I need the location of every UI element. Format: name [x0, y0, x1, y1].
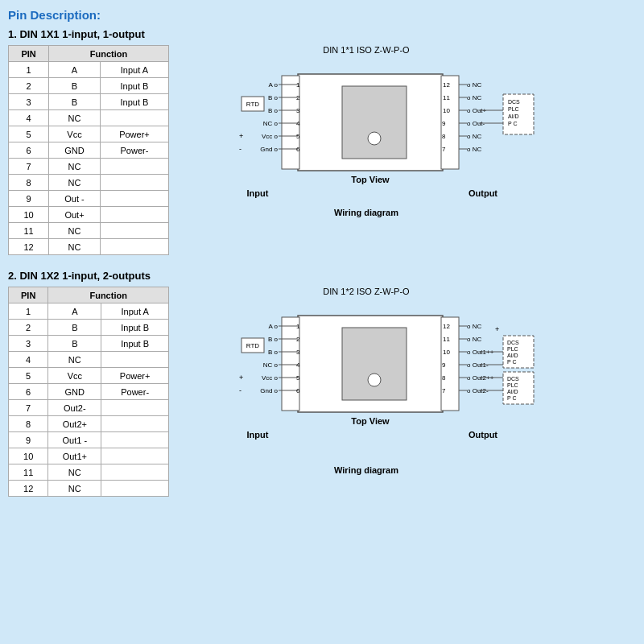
table-cell: NC — [49, 159, 101, 175]
table-cell: B — [48, 320, 101, 336]
svg-text:1: 1 — [296, 323, 300, 330]
wiring-diagram-1: RTD A o 1 B o 2 B o 3 NC o — [193, 58, 539, 203]
table-cell: NC — [48, 481, 101, 497]
table-row: 2BInput B — [9, 78, 169, 94]
table-row: 3BInput B — [9, 94, 169, 110]
svg-text:DCS: DCS — [508, 99, 520, 105]
col-func-1: Function — [49, 46, 169, 62]
svg-text:Output: Output — [469, 430, 497, 440]
col-func-2: Function — [48, 287, 169, 303]
table-row: 4NC — [9, 110, 169, 126]
table-row: 2BInput B — [9, 320, 169, 336]
table-cell: 1 — [9, 62, 49, 78]
svg-text:4: 4 — [296, 120, 300, 127]
svg-text:-: - — [239, 386, 242, 394]
svg-text:Input: Input — [247, 188, 269, 198]
table-cell: 3 — [9, 94, 49, 110]
table-row: 5VccPower+ — [9, 368, 169, 384]
table-row: 12NC — [9, 481, 169, 497]
section-2: 2. DIN 1X2 1-input, 2-outputs PIN Functi… — [8, 270, 636, 497]
svg-text:Gnd o: Gnd o — [260, 387, 278, 394]
table-cell — [101, 481, 169, 497]
svg-text:8: 8 — [442, 374, 446, 382]
svg-text:4: 4 — [296, 361, 300, 369]
table-cell: NC — [49, 239, 101, 255]
svg-text:AI/D: AI/D — [507, 353, 518, 358]
page-title: Pin Description: — [8, 8, 636, 22]
svg-text:PLC: PLC — [507, 382, 518, 388]
table-cell: 6 — [9, 384, 48, 400]
svg-text:o NC: o NC — [467, 336, 481, 343]
svg-text:RTD: RTD — [246, 101, 260, 108]
table-cell: 7 — [9, 159, 49, 175]
svg-text:6: 6 — [296, 146, 300, 153]
table-cell: Input B — [101, 336, 169, 352]
svg-text:AI/D: AI/D — [507, 389, 518, 394]
table-cell: 10 — [9, 207, 49, 223]
table-cell: 9 — [9, 432, 48, 448]
svg-text:Output: Output — [469, 188, 497, 198]
table-cell: 10 — [9, 448, 48, 464]
svg-text:B o: B o — [268, 349, 279, 356]
table-cell — [100, 223, 168, 239]
table-row: 7Out2- — [9, 400, 169, 416]
table-row: 11NC — [9, 464, 169, 481]
table-row: 6GNDPower- — [9, 142, 169, 159]
table-cell: Input B — [100, 78, 168, 94]
svg-text:AI/D: AI/D — [508, 114, 519, 119]
table-cell — [100, 207, 168, 223]
table-row: 12NC — [9, 239, 169, 255]
table-cell: Input A — [100, 62, 168, 78]
table-cell: NC — [48, 464, 101, 481]
table-cell — [101, 464, 169, 481]
table-cell: 4 — [9, 352, 48, 368]
table-cell: 5 — [9, 126, 49, 142]
table-cell — [100, 191, 168, 207]
table-cell: 4 — [9, 110, 49, 126]
svg-text:B o: B o — [268, 94, 279, 101]
table-cell: Input B — [101, 320, 169, 336]
svg-text:Top View: Top View — [351, 416, 390, 426]
table-cell: Out1 - — [48, 432, 101, 448]
section-2-diagram: DIN 1*2 ISO Z-W-P-O RTD A o — [193, 287, 539, 475]
svg-text:NC o: NC o — [263, 361, 279, 369]
table-cell: Vcc — [48, 368, 101, 384]
table-cell — [101, 432, 169, 448]
svg-text:Vcc o: Vcc o — [262, 374, 279, 382]
table-row: 8Out2+ — [9, 416, 169, 432]
svg-text:9: 9 — [442, 120, 446, 127]
table-cell: Vcc — [49, 126, 101, 142]
table-cell: NC — [49, 110, 101, 126]
svg-text:o NC: o NC — [467, 146, 481, 153]
section-2-title: 2. DIN 1X2 1-input, 2-outputs — [8, 270, 636, 282]
table-cell: 1 — [9, 303, 48, 320]
svg-text:7: 7 — [442, 146, 446, 153]
svg-text:Top View: Top View — [351, 175, 390, 184]
svg-text:P C: P C — [507, 359, 517, 365]
section-2-table: PIN Function 1AInput A2BInput B3BInput B… — [8, 287, 169, 497]
svg-rect-56 — [342, 328, 407, 400]
table-cell: Out - — [49, 191, 101, 207]
svg-point-2 — [368, 132, 381, 145]
table-row: 3BInput B — [9, 336, 169, 352]
table-cell: NC — [49, 223, 101, 239]
table-cell: NC — [49, 175, 101, 191]
svg-text:A o: A o — [268, 323, 278, 330]
table-cell: 11 — [9, 464, 48, 481]
table-cell — [100, 239, 168, 255]
table-cell: Input B — [100, 94, 168, 110]
table-cell: 12 — [9, 481, 48, 497]
table-row: 6GNDPower- — [9, 384, 169, 400]
table-cell: B — [48, 336, 101, 352]
svg-text:P C: P C — [507, 395, 517, 401]
table-cell: 3 — [9, 336, 48, 352]
svg-text:1: 1 — [296, 81, 300, 89]
svg-text:3: 3 — [296, 349, 300, 356]
table-row: 1AInput A — [9, 62, 169, 78]
section-2-diagram-title: DIN 1*2 ISO Z-W-P-O — [323, 287, 409, 296]
table-cell: Out1+ — [48, 448, 101, 464]
table-row: 7NC — [9, 159, 169, 175]
svg-text:o NC: o NC — [467, 133, 481, 140]
svg-text:2: 2 — [296, 336, 300, 343]
table-row: 10Out+ — [9, 207, 169, 223]
